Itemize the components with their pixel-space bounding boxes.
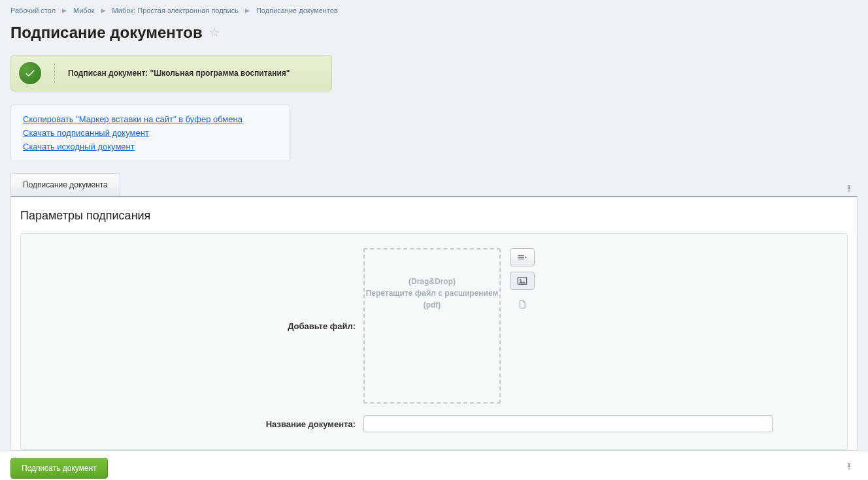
breadcrumb-item-desktop[interactable]: Рабочий стол — [10, 7, 56, 14]
success-text: Подписан документ: "Школьная программа в… — [68, 69, 290, 78]
menu-button[interactable] — [510, 248, 535, 266]
svg-point-1 — [520, 279, 522, 281]
breadcrumb-item-signing[interactable]: Подписание документов — [256, 7, 338, 14]
label-doc-name: Название документа: — [33, 419, 363, 429]
check-circle-icon — [19, 62, 41, 84]
file-icon — [510, 295, 535, 313]
favorite-star-icon[interactable]: ☆ — [209, 25, 220, 40]
success-message: Подписан документ: "Школьная программа в… — [10, 55, 332, 91]
chevron-right-icon: ▶ — [62, 7, 67, 14]
label-add-file: Добавьте файл: — [33, 321, 363, 331]
breadcrumb-item-signature[interactable]: Мибок: Простая электронная подпись — [112, 7, 239, 14]
breadcrumb-item-mibok[interactable]: Мибок — [73, 7, 95, 14]
file-dropzone[interactable]: (Drag&Drop) Перетащите файл с расширение… — [363, 248, 501, 404]
chevron-right-icon: ▶ — [101, 7, 106, 14]
dropzone-line1: (Drag&Drop) — [365, 276, 499, 287]
signing-panel: Параметры подписания Добавьте файл: (Dra… — [10, 196, 858, 451]
dropzone-line2: Перетащите файл с расширением (pdf) — [365, 287, 499, 311]
breadcrumb: Рабочий стол ▶ Мибок ▶ Мибок: Простая эл… — [10, 5, 858, 20]
sign-document-button[interactable]: Подписать документ — [10, 458, 108, 479]
tab-signing[interactable]: Подписание документа — [10, 173, 120, 196]
link-download-source[interactable]: Скачать исходный документ — [23, 142, 278, 152]
chevron-right-icon: ▶ — [245, 7, 250, 14]
link-download-signed[interactable]: Скачать подписанный документ — [23, 128, 278, 138]
pin-icon[interactable] — [844, 462, 858, 474]
pin-icon[interactable] — [844, 184, 858, 196]
page-title: Подписание документов — [10, 24, 203, 42]
action-links-box: Скопировать "Маркер вставки на сайт" в б… — [10, 104, 290, 161]
image-button[interactable] — [510, 272, 535, 290]
form-area: Добавьте файл: (Drag&Drop) Перетащите фа… — [20, 233, 848, 450]
footer-bar: Подписать документ — [0, 451, 868, 480]
link-copy-marker[interactable]: Скопировать "Маркер вставки на сайт" в б… — [23, 114, 278, 124]
section-title: Параметры подписания — [20, 209, 848, 223]
doc-name-input[interactable] — [363, 415, 773, 432]
